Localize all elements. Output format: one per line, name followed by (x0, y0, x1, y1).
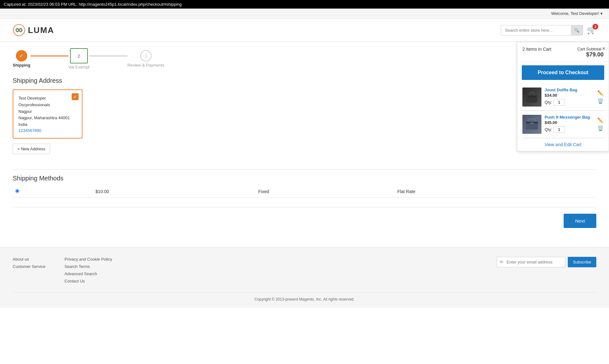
svg-rect-4 (526, 123, 538, 130)
cart-item-2-qty-label: Qty: (545, 127, 552, 132)
shipping-methods-title: Shipping Methods (13, 175, 596, 182)
address-phone: 1234567890 (18, 128, 77, 133)
search-input[interactable] (501, 25, 571, 35)
svg-rect-2 (527, 95, 537, 103)
shipping-method-price: $10.00 (93, 186, 256, 198)
shipping-method-type: Fixed (256, 186, 395, 198)
cart-panel: × 2 Items in Cart Cart Subtotal : $79.00… (517, 42, 609, 151)
cart-item-1-qty: Qty: (545, 99, 594, 106)
welcome-bar: Welcome, Test Developer! ▾ (0, 9, 609, 19)
cart-panel-header: 2 Items in Cart Cart Subtotal : $79.00 (517, 42, 609, 62)
search-button[interactable]: 🔍 (571, 25, 583, 35)
cart-item-1-name-link[interactable]: Joust Duffle Bag (545, 88, 594, 92)
footer-link-search-terms[interactable]: Search Terms (64, 264, 112, 269)
checkout-steps: ✓ Shipping 2 Vat Exempt 3 (13, 48, 596, 69)
step-review-circle: 3 (140, 50, 152, 62)
shipping-address-title: Shipping Address (13, 77, 596, 84)
shipping-methods-table: $10.00 Fixed Flat Rate (13, 186, 596, 198)
cart-item-2-image (522, 115, 541, 134)
welcome-text: Welcome, Test Developer! (551, 11, 599, 16)
cart-items-count: 2 Items in Cart (522, 47, 551, 52)
cart-item-1: Joust Duffle Bag $34.00 Qty: ✏️ 🗑️ (517, 84, 609, 111)
address-city: Nagpur (18, 108, 77, 115)
footer-links: About us Customer Service Privacy and Co… (13, 257, 112, 286)
address-card[interactable]: ✓ Test Developer Oscprofessionals Nagpur… (13, 89, 82, 139)
step-connector-2 (89, 55, 128, 56)
main-layout: ✓ Shipping 2 Vat Exempt 3 (0, 42, 609, 234)
bag2-svg (524, 116, 540, 132)
cart-item-2-details: Push It Messenger Bag $45.00 Qty: (545, 115, 594, 133)
cart-item-2-actions: ✏️ 🗑️ (597, 117, 604, 131)
next-btn-area: Next (13, 214, 596, 228)
cart-item-1-edit-button[interactable]: ✏️ (597, 90, 604, 96)
step-review: 3 Review & Payments (128, 50, 164, 68)
shipping-method-row[interactable]: $10.00 Fixed Flat Rate (13, 186, 596, 198)
footer-newsletter: ✉ Subscribe (497, 257, 596, 267)
cart-item-2-qty-input[interactable] (553, 126, 565, 133)
checkout-area: ✓ Shipping 2 Vat Exempt 3 (13, 48, 596, 228)
logo-area: LUMA (13, 24, 54, 36)
address-state-zip: Nagpur, Maharashtra 44001 (18, 115, 77, 121)
step-shipping-circle: ✓ (16, 50, 27, 62)
copyright-text: Copyright © 2013-present Magento, Inc. A… (254, 297, 355, 302)
step-shipping-label: Shipping (13, 63, 30, 68)
step-vatexempt-box: 2 (70, 48, 88, 63)
shipping-method-name: Flat Rate (395, 186, 596, 198)
cart-close-button[interactable]: × (602, 45, 606, 52)
header-right: 🔍 🛒 2 (501, 25, 596, 36)
cart-item-2-name-link[interactable]: Push It Messenger Bag (545, 115, 594, 120)
email-icon: ✉ (500, 259, 503, 264)
bag1-svg (524, 89, 540, 105)
view-edit-cart-button[interactable]: View and Edit Cart (517, 138, 609, 151)
cart-item-1-qty-input[interactable] (553, 99, 565, 106)
next-button[interactable]: Next (564, 214, 596, 228)
cart-item-1-price: $34.00 (545, 93, 594, 98)
cart-item-1-delete-button[interactable]: 🗑️ (597, 98, 604, 104)
cart-item-2: Push It Messenger Bag $45.00 Qty: ✏️ 🗑️ (517, 111, 609, 138)
footer-col-1: About us Customer Service (13, 257, 45, 286)
cart-button[interactable]: 🛒 2 (587, 26, 596, 35)
svg-point-1 (18, 29, 20, 31)
footer-bottom: Copyright © 2013-present Magento, Inc. A… (13, 292, 596, 302)
cart-item-2-qty: Qty: (545, 126, 594, 133)
svg-rect-6 (530, 123, 534, 124)
step-vatexempt-label: Vat Exempt (69, 65, 89, 69)
cart-item-2-price: $45.00 (545, 120, 594, 125)
address-name: Test Developer (18, 95, 77, 102)
address-selected-checkmark: ✓ (72, 93, 79, 100)
new-address-button[interactable]: + New Address (13, 144, 50, 154)
capture-bar-text: Captured at: 2023/02/23 06:03 PM URL: ht… (4, 2, 182, 7)
cart-subtotal-area: Cart Subtotal : $79.00 (577, 47, 604, 58)
footer-link-customer-service[interactable]: Customer Service (13, 264, 45, 269)
footer-link-privacy[interactable]: Privacy and Cookie Policy (64, 257, 112, 262)
welcome-link[interactable]: Welcome, Test Developer! ▾ (551, 11, 603, 16)
address-country: India (18, 121, 77, 128)
chevron-down-icon: ▾ (600, 11, 603, 16)
proceed-to-checkout-button[interactable]: Proceed to Checkout (522, 65, 604, 80)
subscribe-button[interactable]: Subscribe (568, 257, 596, 267)
cart-item-2-edit-button[interactable]: ✏️ (597, 117, 604, 123)
newsletter-input-wrap: ✉ (497, 257, 565, 267)
cart-item-2-delete-button[interactable]: 🗑️ (597, 125, 604, 131)
footer-link-advanced-search[interactable]: Advanced Search (64, 271, 112, 276)
newsletter-email-input[interactable] (505, 257, 562, 267)
cart-item-1-qty-label: Qty: (545, 100, 552, 105)
search-wrapper: 🔍 (501, 25, 583, 36)
address-company: Oscprofessionals (18, 102, 77, 108)
step-vatexempt: 2 Vat Exempt (69, 48, 89, 69)
capture-bar: Captured at: 2023/02/23 06:03 PM URL: ht… (0, 0, 609, 9)
footer-link-contact[interactable]: Contact Us (64, 279, 112, 283)
search-icon: 🔍 (574, 28, 580, 33)
footer-link-about[interactable]: About us (13, 257, 45, 262)
footer: About us Customer Service Privacy and Co… (0, 247, 609, 308)
cart-subtotal-value: $79.00 (577, 51, 604, 58)
step-vatexempt-circle: 2 (73, 50, 85, 62)
step-shipping: ✓ Shipping (13, 50, 30, 68)
cart-subtotal-label: Cart Subtotal : (577, 47, 604, 51)
cart-item-1-details: Joust Duffle Bag $34.00 Qty: (545, 88, 594, 106)
step-review-label: Review & Payments (128, 63, 164, 68)
cart-icon-wrap: 🛒 2 (587, 26, 596, 35)
shipping-method-radio-cell[interactable] (13, 186, 93, 198)
shipping-method-radio[interactable] (15, 189, 19, 193)
luma-logo-icon (13, 24, 25, 36)
